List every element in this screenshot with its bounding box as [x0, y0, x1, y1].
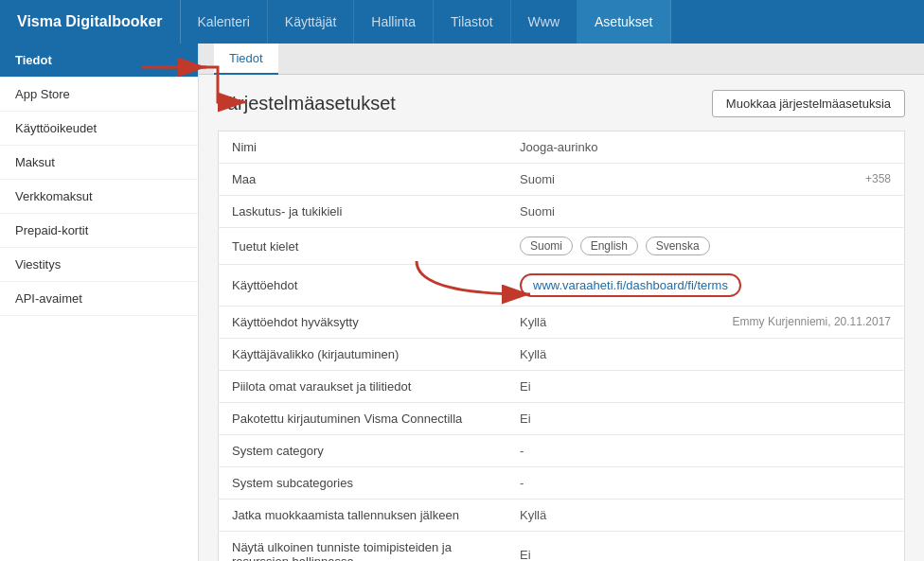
- lang-badge-suomi: Suomi: [520, 237, 573, 255]
- row-label: Maa: [219, 164, 507, 196]
- row-label: Laskutus- ja tukikieli: [219, 196, 507, 228]
- row-label: Pakotettu kirjautuminen Visma Connectill…: [219, 403, 507, 435]
- row-value: Suomi +358: [506, 164, 905, 196]
- row-label: System category: [219, 435, 507, 467]
- content-header: Järjestelmäasetukset Muokkaa järjestelmä…: [218, 90, 905, 117]
- phone-code: +358: [865, 172, 891, 186]
- table-row: Nimi Jooga-aurinko: [219, 131, 905, 164]
- top-navigation: Visma Digitalbooker Kalenteri Käyttäjät …: [0, 0, 924, 44]
- row-label: Nimi: [219, 131, 507, 164]
- row-label: Käyttöehdot hyväksytty: [219, 307, 507, 339]
- table-row: Käyttöehdot www.varaaheti.fi/dashboard/f…: [219, 265, 905, 307]
- table-row: Käyttöehdot hyväksytty Kyllä Emmy Kurjen…: [219, 307, 905, 339]
- row-value-link: www.varaaheti.fi/dashboard/fi/terms: [506, 265, 905, 307]
- table-row: Näytä ulkoinen tunniste toimipisteiden j…: [219, 532, 905, 562]
- sidebar-item-tiedot[interactable]: Tiedot: [0, 44, 198, 78]
- main-content: Tiedot Järjestelmäasetukset Muokkaa järj…: [199, 44, 924, 561]
- row-label: System subcategories: [219, 467, 507, 500]
- row-value: -: [506, 467, 905, 500]
- row-value: Kyllä: [506, 339, 905, 371]
- row-value: Ei: [506, 403, 905, 435]
- nav-tilastot[interactable]: Tilastot: [434, 0, 511, 44]
- table-row: System category -: [219, 435, 905, 467]
- row-value: Ei: [506, 532, 905, 562]
- lang-badge-svenska: Svenska: [646, 237, 710, 255]
- settings-table: Nimi Jooga-aurinko Maa Suomi +358: [218, 131, 905, 561]
- nav-kayttajat[interactable]: Käyttäjät: [268, 0, 354, 44]
- sidebar-item-prepaid[interactable]: Prepaid-kortit: [0, 214, 198, 248]
- row-label: Tuetut kielet: [219, 228, 507, 265]
- content-area: Järjestelmäasetukset Muokkaa järjestelmä…: [199, 75, 924, 561]
- sidebar: Tiedot App Store Käyttöoikeudet Maksut V…: [0, 44, 199, 561]
- page-title: Järjestelmäasetukset: [218, 93, 396, 114]
- row-label: Käyttäjävalikko (kirjautuminen): [219, 339, 507, 371]
- table-row: Piilota omat varaukset ja tilitiedot Ei: [219, 371, 905, 403]
- table-row: Jatka muokkaamista tallennuksen jälkeen …: [219, 500, 905, 532]
- row-value-badges: Suomi English Svenska: [506, 228, 905, 265]
- row-value: Jooga-aurinko: [506, 131, 905, 164]
- table-row: Maa Suomi +358: [219, 164, 905, 196]
- accepted-by: Emmy Kurjenniemi, 20.11.2017: [733, 315, 891, 329]
- table-row: System subcategories -: [219, 467, 905, 500]
- nav-www[interactable]: Www: [511, 0, 578, 44]
- table-row: Tuetut kielet Suomi English Svenska: [219, 228, 905, 265]
- row-label: Näytä ulkoinen tunniste toimipisteiden j…: [219, 532, 507, 562]
- row-value: Ei: [506, 371, 905, 403]
- sidebar-item-verkkomaksut[interactable]: Verkkomaksut: [0, 180, 198, 214]
- nav-kalenteri[interactable]: Kalenteri: [181, 0, 268, 44]
- edit-button[interactable]: Muokkaa järjestelmäasetuksia: [712, 90, 905, 117]
- row-value: Suomi: [506, 196, 905, 228]
- row-value: Kyllä: [506, 500, 905, 532]
- nav-asetukset[interactable]: Asetukset: [578, 0, 670, 44]
- table-row: Käyttäjävalikko (kirjautuminen) Kyllä: [219, 339, 905, 371]
- row-label: Käyttöehdot: [219, 265, 507, 307]
- tab-tiedot[interactable]: Tiedot: [214, 44, 278, 75]
- table-row: Laskutus- ja tukikieli Suomi: [219, 196, 905, 228]
- brand-logo[interactable]: Visma Digitalbooker: [0, 0, 181, 44]
- sidebar-item-api[interactable]: API-avaimet: [0, 282, 198, 316]
- nav-hallinta[interactable]: Hallinta: [354, 0, 434, 44]
- sidebar-item-kayttooikeudet[interactable]: Käyttöoikeudet: [0, 112, 198, 146]
- table-row: Pakotettu kirjautuminen Visma Connectill…: [219, 403, 905, 435]
- sidebar-item-maksut[interactable]: Maksut: [0, 146, 198, 180]
- terms-link[interactable]: www.varaaheti.fi/dashboard/fi/terms: [520, 273, 741, 297]
- sidebar-item-appstore[interactable]: App Store: [0, 78, 198, 112]
- lang-badge-english: English: [580, 237, 638, 255]
- row-label: Jatka muokkaamista tallennuksen jälkeen: [219, 500, 507, 532]
- tabs-bar: Tiedot: [199, 44, 924, 75]
- row-label: Piilota omat varaukset ja tilitiedot: [219, 371, 507, 403]
- sidebar-item-viestitys[interactable]: Viestitys: [0, 248, 198, 282]
- row-value: -: [506, 435, 905, 467]
- row-value: Kyllä Emmy Kurjenniemi, 20.11.2017: [506, 307, 905, 339]
